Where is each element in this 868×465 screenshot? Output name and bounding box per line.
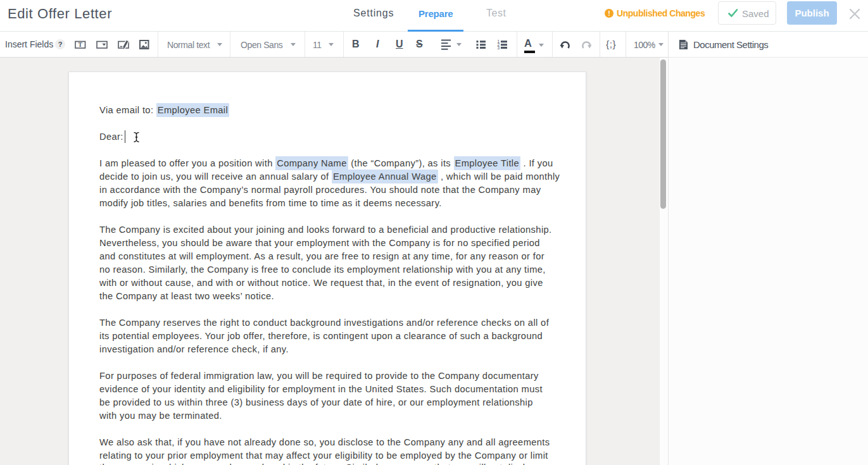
svg-text:3: 3 xyxy=(498,46,500,50)
svg-text:T: T xyxy=(79,42,83,48)
